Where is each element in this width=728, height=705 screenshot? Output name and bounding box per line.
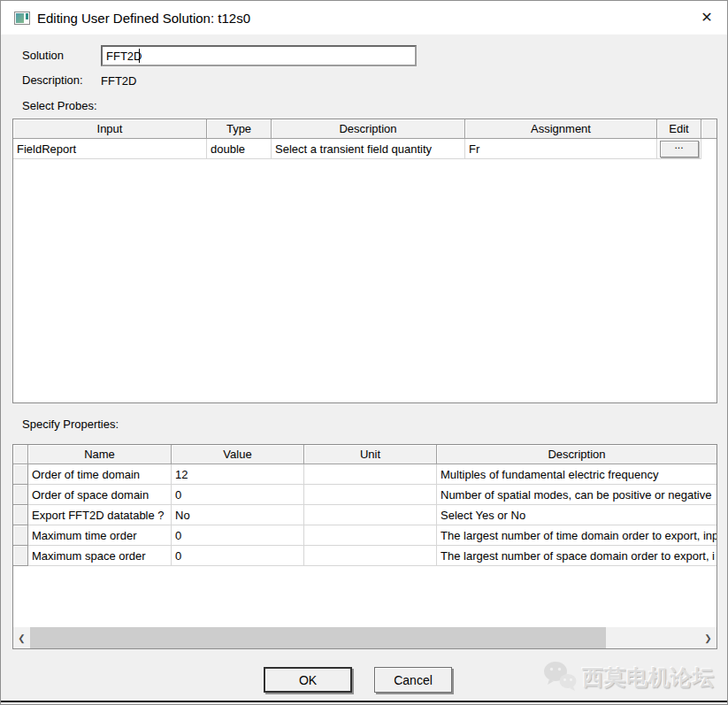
wechat-icon: [542, 659, 578, 695]
scroll-right-icon[interactable]: ❯: [700, 627, 717, 648]
cancel-button[interactable]: Cancel: [374, 667, 452, 693]
probes-header-spacer: [701, 119, 717, 139]
scroll-left-icon[interactable]: ❮: [13, 627, 30, 648]
probes-header-edit: Edit: [657, 119, 701, 139]
probes-header-row: Input Type Description Assignment Edit: [13, 119, 717, 139]
description-label: Description:: [22, 73, 83, 87]
property-row: Order of space domain 0 Number of spatia…: [13, 485, 717, 505]
properties-header-description: Description: [437, 445, 717, 464]
properties-header-row: Name Value Unit Description: [13, 445, 717, 464]
property-value-cell[interactable]: No: [172, 505, 304, 525]
probe-type-cell: double: [207, 139, 272, 159]
solution-label: Solution: [22, 49, 64, 62]
property-description-cell: The largest number of time domain order …: [437, 525, 717, 546]
property-name-cell: Export FFT2D datatable ?: [28, 505, 172, 525]
property-unit-cell[interactable]: [304, 485, 437, 505]
solution-app-icon: [14, 11, 30, 25]
probes-table: Input Type Description Assignment Edit F…: [12, 119, 717, 403]
text-caret: [139, 49, 140, 63]
property-unit-cell[interactable]: [304, 505, 437, 525]
property-unit-cell[interactable]: [304, 546, 437, 566]
row-selector[interactable]: [13, 525, 28, 546]
probe-input-cell: FieldReport: [13, 139, 207, 159]
property-description-cell: Number of spatial modes, can be positive…: [437, 485, 717, 505]
row-selector[interactable]: [13, 546, 28, 566]
properties-header-unit: Unit: [304, 445, 437, 464]
bottom-divider: [1, 701, 728, 702]
property-description-cell: The largest number of space domain order…: [437, 546, 717, 566]
window-title: Editing User Defined Solution: t12s0: [37, 11, 250, 26]
probe-row-spacer: [701, 139, 717, 159]
watermark-text: 西莫电机论坛: [582, 663, 715, 692]
select-probes-label: Select Probes:: [22, 99, 97, 112]
property-name-cell: Maximum time order: [28, 525, 172, 546]
property-unit-cell[interactable]: [304, 464, 437, 485]
row-selector[interactable]: [13, 485, 28, 505]
property-row: Export FFT2D datatable ? No Select Yes o…: [13, 505, 717, 525]
properties-header-value: Value: [172, 445, 304, 464]
properties-table: Name Value Unit Description Order of tim…: [12, 444, 717, 649]
ok-button[interactable]: OK: [264, 667, 352, 693]
property-name-cell: Maximum space order: [28, 546, 172, 566]
property-value-cell[interactable]: 0: [172, 525, 304, 546]
horizontal-scrollbar[interactable]: ❮ ❯: [13, 627, 717, 648]
property-row: Order of time domain 12 Multiples of fun…: [13, 464, 717, 485]
property-row: Maximum space order 0 The largest number…: [13, 546, 717, 566]
probe-description-cell: Select a transient field quantity: [272, 139, 465, 159]
property-description-cell: Multiples of fundamental electric freque…: [437, 464, 717, 485]
description-value: FFT2D: [101, 74, 136, 88]
watermark: 西莫电机论坛: [542, 659, 715, 695]
properties-header-selector: [13, 445, 28, 464]
property-row: Maximum time order 0 The largest number …: [13, 525, 717, 546]
probes-header-description: Description: [272, 119, 465, 139]
property-unit-cell[interactable]: [304, 525, 437, 546]
property-value-cell[interactable]: 0: [172, 546, 304, 566]
close-icon[interactable]: ✕: [697, 7, 717, 27]
solution-input[interactable]: [101, 45, 417, 66]
property-name-cell: Order of space domain: [28, 485, 172, 505]
probes-header-type: Type: [207, 119, 272, 139]
title-bar: Editing User Defined Solution: t12s0 ✕: [1, 1, 727, 34]
probes-table-row: FieldReport double Select a transient fi…: [13, 139, 717, 159]
row-selector[interactable]: [13, 505, 28, 525]
probe-assignment-cell[interactable]: Fr: [465, 139, 657, 159]
scrollbar-thumb[interactable]: [30, 627, 606, 648]
property-value-cell[interactable]: 0: [172, 485, 304, 505]
property-description-cell: Select Yes or No: [437, 505, 717, 525]
probes-header-assignment: Assignment: [465, 119, 657, 139]
probes-header-input: Input: [13, 119, 207, 139]
properties-header-name: Name: [28, 445, 172, 464]
property-name-cell: Order of time domain: [28, 464, 172, 485]
specify-properties-label: Specify Properties:: [22, 418, 119, 431]
row-selector[interactable]: [13, 464, 28, 485]
probe-edit-button[interactable]: ...: [660, 141, 699, 157]
edit-user-defined-solution-dialog: Editing User Defined Solution: t12s0 ✕ S…: [0, 0, 728, 705]
property-value-cell[interactable]: 12: [172, 464, 304, 485]
probe-edit-cell: ...: [657, 139, 701, 159]
